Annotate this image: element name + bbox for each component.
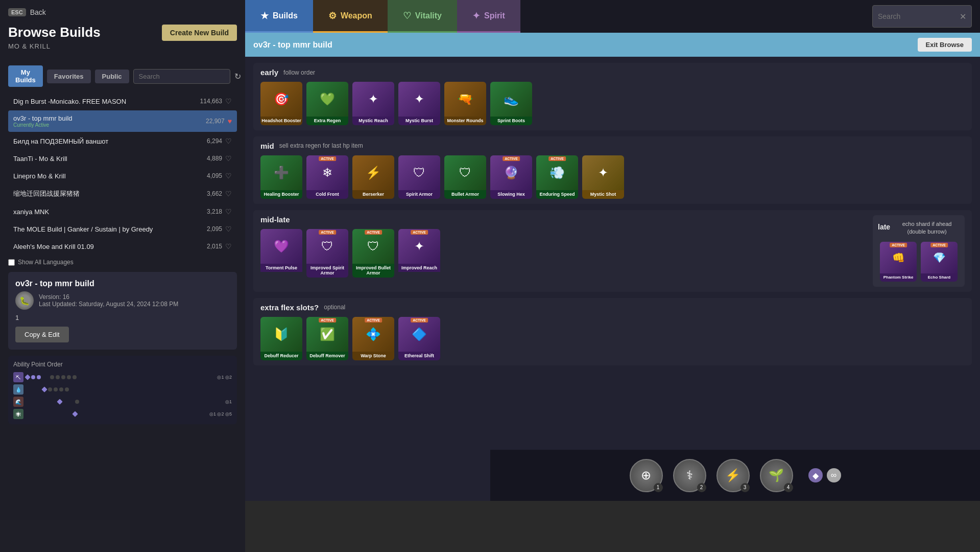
ability-order-section: Ability Point Order ⛏ ◎1 ◎2 (8, 356, 237, 424)
item-torment-pulse[interactable]: 💜 Torment Pulse (260, 229, 302, 278)
upgrade-gem-purple[interactable]: ◆ (808, 468, 823, 482)
item-monster-rounds[interactable]: 🔫 Monster Rounds (444, 82, 486, 125)
heart-icon-1[interactable]: ♥ (228, 117, 232, 125)
ability-circle-3[interactable]: ⚡ 3 (716, 459, 750, 492)
early-section: early follow order 🎯 Headshot Booster 💚 … (253, 63, 972, 130)
active-badge: ACTIVE (890, 243, 907, 247)
item-spirit-armor[interactable]: 🛡 Spirit Armor (398, 155, 440, 199)
build-name-1: ov3r - top mmr build Currently Active (13, 114, 206, 128)
ability-row-2: 💧 (13, 384, 232, 395)
heart-icon-0[interactable]: ♡ (225, 97, 232, 105)
build-header-title: ov3r - top mmr build (253, 40, 332, 50)
heart-icon-7[interactable]: ♡ (225, 225, 232, 233)
heart-icon-4[interactable]: ♡ (225, 172, 232, 180)
create-new-button[interactable]: Create New Build (162, 25, 237, 41)
ability-circle-2[interactable]: ⚕ 2 (673, 459, 706, 492)
build-item-1[interactable]: ov3r - top mmr build Currently Active 22… (8, 110, 237, 132)
item-berserker[interactable]: ⚡ Berserker (352, 155, 394, 199)
build-name-6: xaniya MNK (13, 208, 207, 216)
exit-browse-button[interactable]: Exit Browse (918, 38, 972, 52)
item-mystic-burst[interactable]: ✦ Mystic Burst (398, 82, 440, 125)
heart-icon-2[interactable]: ♡ (225, 137, 232, 145)
dot (50, 375, 54, 379)
ability-slot-4: 🌱 4 (760, 459, 793, 492)
builds-list: Dig n Burst -Monicako. FREE MASON 114,66… (8, 93, 237, 255)
dot (72, 411, 78, 417)
early-section-header: early follow order (260, 68, 965, 77)
dot (73, 375, 77, 379)
main-panel: ★ Builds ⚙ Weapon ♡ Vitality ✦ Spirit ✕ … (245, 0, 980, 501)
tab-builds[interactable]: ★ Builds (245, 0, 313, 33)
item-mystic-shot[interactable]: ✦ Mystic Shot (582, 155, 624, 199)
ability-circle-1[interactable]: ⊕ 1 (630, 459, 663, 492)
item-slowing-hex[interactable]: ACTIVE 🔮 Slowing Hex (490, 155, 532, 199)
tab-favorites[interactable]: Favorites (47, 70, 91, 83)
item-cold-front[interactable]: ACTIVE ❄ Cold Front (306, 155, 348, 199)
item-enduring-speed[interactable]: ACTIVE 💨 Enduring Speed (536, 155, 578, 199)
build-name-2: Билд на ПОДЗЕМНЫЙ ваншот (13, 137, 207, 145)
item-extra-regen[interactable]: 💚 Extra Regen (306, 82, 348, 125)
search-close-icon[interactable]: ✕ (960, 12, 966, 21)
item-headshot-booster[interactable]: 🎯 Headshot Booster (260, 82, 302, 125)
build-item-4[interactable]: Linepro Mo & Krill 4,095 ♡ (8, 168, 237, 184)
item-improved-bullet-armor[interactable]: ACTIVE 🛡 Improved Bullet Armor (352, 229, 394, 278)
heart-icon-5[interactable]: ♡ (225, 190, 232, 198)
build-item-5[interactable]: 缩地迁回团战援屎猪猪 3,662 ♡ (8, 185, 237, 202)
item-warp-stone[interactable]: ACTIVE 💠 Warp Stone (352, 317, 394, 360)
item-ethereal-shift[interactable]: ACTIVE 🔷 Ethereal Shift (398, 317, 440, 360)
detail-title: ov3r - top mmr build (15, 279, 230, 288)
build-item-6[interactable]: xaniya MNK 3,218 ♡ (8, 203, 237, 220)
refresh-button[interactable]: ↻ (234, 72, 241, 81)
tab-public[interactable]: Public (95, 70, 129, 83)
build-name-7: The MOLE Build | Ganker / Sustain | by G… (13, 225, 207, 233)
item-healing-booster[interactable]: ➕ Healing Booster (260, 155, 302, 199)
tab-my-builds[interactable]: My Builds (8, 65, 43, 87)
item-sprint-boots[interactable]: 👟 Sprint Boots (490, 82, 532, 125)
ability-num-4: 4 (784, 483, 793, 492)
flex-items-row: 🔰 Debuff Reducer ACTIVE ✅ Debuff Remover… (260, 317, 965, 360)
item-debuff-reducer[interactable]: 🔰 Debuff Reducer (260, 317, 302, 360)
left-panel: ESC Back Browse Builds MO & KRILL Create… (0, 0, 245, 552)
mid-items-row: ➕ Healing Booster ACTIVE ❄ Cold Front ⚡ (260, 155, 965, 199)
item-echo-shard[interactable]: ACTIVE 💎 Echo Shard (921, 242, 958, 282)
upgrade-gem-gray[interactable]: ∞ (827, 468, 841, 482)
build-item-0[interactable]: Dig n Burst -Monicako. FREE MASON 114,66… (8, 93, 237, 109)
back-button[interactable]: Back (30, 8, 46, 16)
weapon-icon: ⚙ (328, 10, 337, 21)
tab-weapon[interactable]: ⚙ Weapon (313, 0, 388, 33)
active-badge: ACTIVE (411, 318, 428, 323)
tab-spirit[interactable]: ✦ Spirit (457, 0, 520, 33)
search-input[interactable] (878, 12, 960, 20)
active-badge: ACTIVE (319, 318, 336, 323)
item-debuff-remover[interactable]: ACTIVE ✅ Debuff Remover (306, 317, 348, 360)
dot (31, 375, 35, 379)
detail-version: Version: 16 (39, 293, 178, 301)
heart-icon-8[interactable]: ♡ (225, 242, 232, 250)
item-bullet-armor[interactable]: 🛡 Bullet Armor (444, 155, 486, 199)
dot (25, 374, 30, 380)
show-languages-checkbox[interactable] (8, 259, 15, 266)
active-badge: ACTIVE (548, 156, 566, 161)
active-badge: ACTIVE (411, 230, 428, 235)
weapon-tab-label: Weapon (341, 11, 372, 20)
heart-icon-3[interactable]: ♡ (225, 154, 232, 163)
build-item-7[interactable]: The MOLE Build | Ganker / Sustain | by G… (8, 221, 237, 237)
item-phantom-strike[interactable]: ACTIVE 👊 Phantom Strike (880, 242, 917, 282)
dot (54, 387, 58, 392)
item-improved-reach[interactable]: ACTIVE ✦ Improved Reach (398, 229, 440, 278)
tab-vitality[interactable]: ♡ Vitality (388, 0, 457, 33)
copy-edit-button[interactable]: Copy & Edit (15, 327, 69, 342)
item-improved-spirit-armor[interactable]: ACTIVE 🛡 Improved Spirit Armor (306, 229, 348, 278)
build-item-8[interactable]: Aleeh's Moe and Krill 01.09 2,015 ♡ (8, 238, 237, 255)
heart-icon-6[interactable]: ♡ (225, 208, 232, 216)
build-item-3[interactable]: TaanTi - Mo & Krill 4,889 ♡ (8, 150, 237, 167)
build-likes-4: 4,095 (207, 172, 222, 179)
mid-section: mid sell extra regen for last hp item ➕ … (253, 136, 972, 204)
build-likes-7: 2,095 (207, 225, 222, 233)
item-mystic-reach[interactable]: ✦ Mystic Reach (352, 82, 394, 125)
ability-num-3: 3 (740, 483, 750, 492)
build-item-2[interactable]: Билд на ПОДЗЕМНЫЙ ваншот 6,294 ♡ (8, 133, 237, 149)
ability-circle-4[interactable]: 🌱 4 (760, 459, 793, 492)
builds-search-input[interactable] (133, 69, 230, 84)
build-likes-3: 4,889 (207, 155, 222, 162)
